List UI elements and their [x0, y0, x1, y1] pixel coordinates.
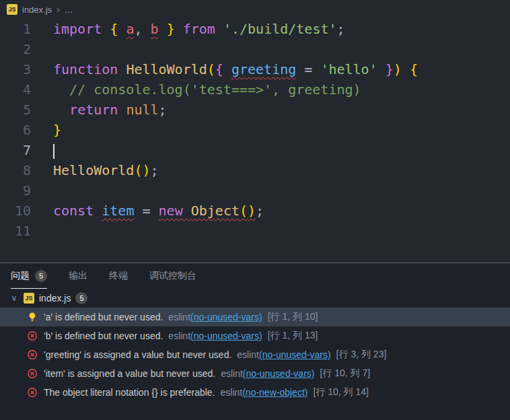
code-token: [377, 61, 386, 77]
code-line[interactable]: 1import { a, b } from './build/test';: [0, 19, 510, 39]
eslint-rule-link[interactable]: (no-unused-vars): [259, 349, 331, 360]
code-token: './build/test': [223, 21, 337, 37]
code-token: {: [110, 21, 118, 37]
code-editor[interactable]: 1import { a, b } from './build/test';23f…: [0, 19, 510, 262]
code-token: [53, 102, 69, 118]
code-token: [175, 21, 183, 37]
problem-row[interactable]: The object literal notation {} is prefer…: [0, 383, 510, 402]
code-text: [31, 180, 53, 201]
line-number[interactable]: 1: [0, 19, 31, 39]
problem-message: 'item' is assigned a value but never use…: [44, 368, 215, 379]
code-token: ;: [159, 102, 167, 118]
code-line[interactable]: 8HelloWorld();: [0, 160, 510, 180]
code-token: [402, 61, 410, 77]
tab-problems-label: 问题: [11, 270, 30, 282]
chevron-down-icon[interactable]: ∨: [9, 293, 19, 303]
line-number[interactable]: 5: [0, 100, 31, 120]
problem-message: 'b' is defined but never used.: [44, 330, 163, 341]
code-line[interactable]: 9: [0, 180, 510, 201]
line-number[interactable]: 10: [0, 201, 31, 221]
line-number[interactable]: 6: [0, 120, 31, 140]
code-token: ): [394, 61, 402, 77]
bottom-panel: 问题 5 输出 终端 调试控制台 ∨ JS index.js 5 'a' is …: [0, 262, 510, 420]
line-number[interactable]: 2: [0, 39, 31, 59]
problem-message: 'greeting' is assigned a value but never…: [44, 349, 231, 360]
line-number[interactable]: 8: [0, 160, 31, 180]
tab-output[interactable]: 输出: [69, 263, 87, 289]
panel-tab-bar: 问题 5 输出 终端 调试控制台: [0, 263, 510, 289]
code-line[interactable]: 6}: [0, 120, 510, 140]
code-token: 'hello': [320, 61, 377, 77]
code-line[interactable]: 4 // console.log('test===>', greeting): [0, 79, 510, 100]
code-token: a: [126, 21, 134, 37]
code-line[interactable]: 10const item = new Object();: [0, 201, 510, 221]
code-token: Object: [191, 203, 240, 219]
lightbulb-icon[interactable]: [27, 312, 38, 322]
error-icon: [27, 368, 38, 379]
vscode-window: JS index.js › … 1import { a, b } from '.…: [0, 0, 510, 420]
code-token: ;: [337, 21, 345, 37]
eslint-rule-link[interactable]: (no-new-object): [242, 387, 307, 398]
problems-file-group[interactable]: ∨ JS index.js 5: [0, 289, 510, 308]
code-token: new: [159, 203, 183, 219]
error-icon: [27, 349, 38, 360]
breadcrumb-file[interactable]: index.js: [22, 5, 52, 15]
problem-row[interactable]: 'a' is defined but never used.eslint(no-…: [0, 308, 510, 326]
problem-source: eslint: [221, 387, 243, 398]
breadcrumb: JS index.js › …: [0, 0, 510, 19]
problem-message: The object literal notation {} is prefer…: [44, 387, 215, 398]
problems-count-badge: 5: [35, 270, 47, 282]
code-token: [142, 21, 150, 37]
code-text: return null;: [31, 100, 167, 120]
code-token: item: [102, 203, 134, 219]
code-line[interactable]: 11: [0, 221, 510, 241]
problem-message: 'a' is defined but never used.: [44, 312, 163, 322]
code-token: // console.log('test===>', greeting): [53, 81, 361, 98]
code-text: [31, 140, 54, 160]
eslint-rule-link[interactable]: (no-unused-vars): [243, 368, 315, 379]
problem-position: [行 3, 列 23]: [336, 349, 387, 361]
problem-row[interactable]: 'b' is defined but never used.eslint(no-…: [0, 326, 510, 345]
tab-terminal[interactable]: 终端: [109, 263, 128, 289]
code-token: ): [248, 203, 256, 219]
eslint-rule-link[interactable]: (no-unused-vars): [190, 312, 262, 322]
problem-position: [行 10, 列 7]: [320, 368, 370, 380]
problem-row[interactable]: 'greeting' is assigned a value but never…: [0, 345, 510, 364]
code-token: }: [386, 61, 394, 77]
code-token: [151, 203, 159, 219]
line-number[interactable]: 9: [0, 180, 31, 201]
code-line[interactable]: 3function HelloWorld({ greeting = 'hello…: [0, 59, 510, 79]
code-token: [118, 21, 126, 37]
tab-debug-console-label: 调试控制台: [149, 270, 196, 282]
tab-terminal-label: 终端: [109, 270, 128, 282]
code-text: import { a, b } from './build/test';: [31, 19, 345, 39]
tab-debug-console[interactable]: 调试控制台: [149, 263, 196, 289]
code-token: from: [183, 21, 215, 37]
code-line[interactable]: 2: [0, 39, 510, 59]
eslint-rule-link[interactable]: (no-unused-vars): [190, 330, 262, 341]
code-text: [31, 221, 53, 241]
code-line[interactable]: 5 return null;: [0, 100, 510, 120]
line-number[interactable]: 7: [0, 140, 31, 160]
code-token: [134, 203, 142, 219]
problem-position: [行 1, 列 13]: [268, 330, 318, 342]
code-token: b: [151, 21, 159, 37]
problem-source: eslint: [168, 330, 190, 341]
code-text: function HelloWorld({ greeting = 'hello'…: [31, 59, 418, 79]
code-token: HelloWorld: [126, 61, 207, 77]
code-token: import: [53, 21, 110, 37]
tab-problems[interactable]: 问题 5: [11, 263, 47, 289]
line-number[interactable]: 11: [0, 221, 31, 241]
problem-row[interactable]: 'item' is assigned a value but never use…: [0, 364, 510, 383]
problem-position: [行 10, 列 14]: [313, 386, 368, 398]
tab-output-label: 输出: [69, 270, 87, 282]
code-token: [223, 61, 231, 77]
code-line[interactable]: 7: [0, 140, 510, 160]
code-token: ): [142, 162, 150, 178]
chevron-right-icon: ›: [57, 4, 60, 15]
breadcrumb-more[interactable]: …: [65, 5, 74, 15]
code-token: function: [53, 61, 118, 77]
line-number[interactable]: 4: [0, 79, 31, 100]
code-text: HelloWorld();: [31, 160, 159, 180]
line-number[interactable]: 3: [0, 59, 31, 79]
